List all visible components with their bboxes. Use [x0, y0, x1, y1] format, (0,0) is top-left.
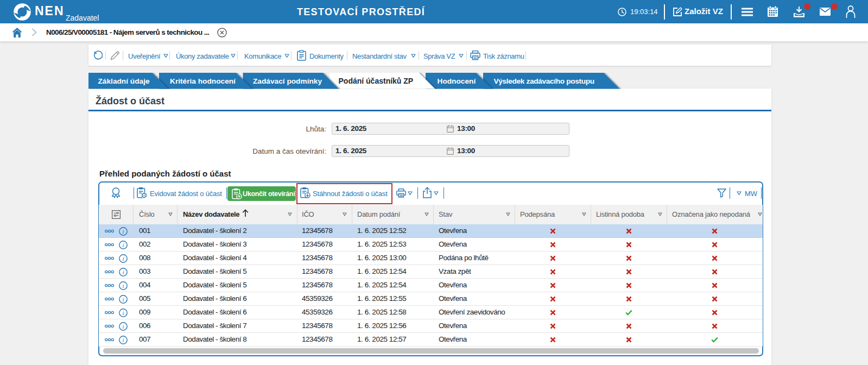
- svg-text:i: i: [122, 282, 124, 289]
- svg-text:Zadávací podmínky: Zadávací podmínky: [253, 77, 322, 85]
- svg-text:i: i: [122, 228, 124, 235]
- svg-text:Podání účastníků ZP: Podání účastníků ZP: [339, 77, 414, 85]
- svg-text:i: i: [122, 310, 124, 316]
- svg-text:Hodnocení: Hodnocení: [438, 77, 477, 85]
- svg-text:i: i: [122, 269, 124, 275]
- svg-text:Základní údaje: Základní údaje: [98, 77, 150, 85]
- svg-text:i: i: [122, 337, 124, 343]
- svg-text:i: i: [122, 296, 124, 303]
- svg-text:i: i: [122, 323, 124, 330]
- svg-text:Výsledek zadávacího postupu: Výsledek zadávacího postupu: [494, 77, 594, 85]
- svg-text:Kritéria hodnocení: Kritéria hodnocení: [170, 77, 236, 85]
- svg-text:i: i: [122, 242, 124, 248]
- svg-text:i: i: [122, 255, 124, 262]
